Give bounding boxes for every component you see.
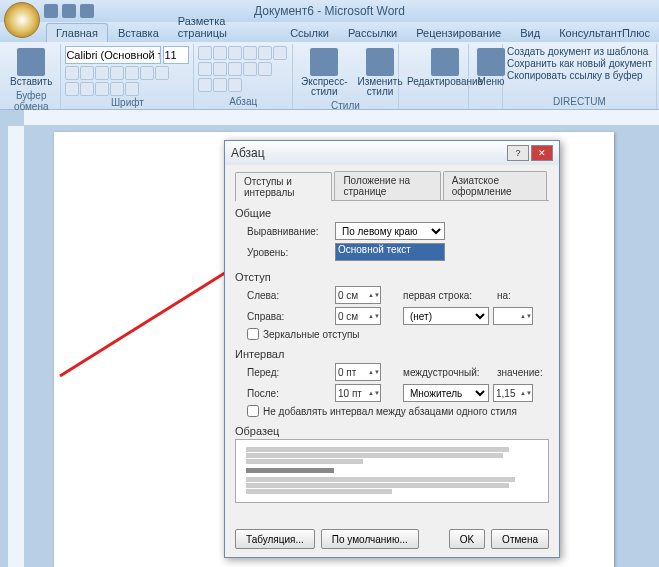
tab-mailings[interactable]: Рассылки — [339, 24, 406, 42]
quick-styles-icon — [310, 48, 338, 76]
tab-insert[interactable]: Вставка — [109, 24, 168, 42]
line-spacing-combo[interactable]: Множитель — [403, 384, 489, 402]
numbering-button[interactable] — [213, 46, 227, 60]
line-spacing-button[interactable] — [258, 62, 272, 76]
superscript-button[interactable] — [140, 66, 154, 80]
font-size-combo[interactable] — [163, 46, 189, 64]
dialog-body: Отступы и интервалы Положение на страниц… — [225, 165, 559, 525]
group-clipboard: Вставить Буфер обмена — [2, 44, 61, 109]
qat-redo-icon[interactable] — [80, 4, 94, 18]
section-general: Общие — [235, 207, 549, 219]
group-menu-label — [473, 106, 498, 107]
first-line-combo[interactable]: (нет) — [403, 307, 489, 325]
align-center-button[interactable] — [213, 62, 227, 76]
tab-references[interactable]: Ссылки — [281, 24, 338, 42]
tab-view[interactable]: Вид — [511, 24, 549, 42]
underline-button[interactable] — [95, 66, 109, 80]
paste-button[interactable]: Вставить — [6, 46, 56, 89]
directum-template[interactable]: Создать документ из шаблона — [507, 46, 652, 57]
menu-label: Меню — [477, 77, 504, 87]
tab-home[interactable]: Главная — [46, 23, 108, 42]
tab-review[interactable]: Рецензирование — [407, 24, 510, 42]
align-justify-button[interactable] — [243, 62, 257, 76]
group-paragraph: Абзац — [194, 44, 293, 109]
dialog-close-button[interactable]: ✕ — [531, 145, 553, 161]
dialog-titlebar[interactable]: Абзац ? ✕ — [225, 141, 559, 165]
tabs-button[interactable]: Табуляция... — [235, 529, 315, 549]
quick-styles-label: Экспресс-стили — [301, 77, 348, 97]
indent-inc-button[interactable] — [258, 46, 272, 60]
preview-box — [235, 439, 549, 503]
align-left-button[interactable] — [198, 62, 212, 76]
bold-button[interactable] — [65, 66, 79, 80]
case-button[interactable] — [155, 66, 169, 80]
grow-font-button[interactable] — [95, 82, 109, 96]
directum-save-new[interactable]: Сохранить как новый документ — [507, 58, 652, 69]
align-combo[interactable]: По левому краю — [335, 222, 445, 240]
group-menu: Меню — [469, 44, 503, 109]
qat-save-icon[interactable] — [44, 4, 58, 18]
office-button[interactable] — [4, 2, 40, 38]
before-spin[interactable]: 0 пт▲▼ — [335, 363, 381, 381]
borders-button[interactable] — [213, 78, 227, 92]
ruler-horizontal[interactable] — [24, 110, 659, 126]
strike-button[interactable] — [110, 66, 124, 80]
qat-undo-icon[interactable] — [62, 4, 76, 18]
group-clipboard-label: Буфер обмена — [6, 89, 56, 112]
multilevel-button[interactable] — [228, 46, 242, 60]
dialog-tabs: Отступы и интервалы Положение на страниц… — [235, 171, 549, 201]
group-editing-label — [403, 106, 464, 107]
group-font-label: Шрифт — [65, 96, 189, 108]
group-font: Шрифт — [61, 44, 194, 109]
by-label: на: — [497, 290, 527, 301]
section-preview: Образец — [235, 425, 549, 437]
right-spin[interactable]: 0 см▲▼ — [335, 307, 381, 325]
left-label: Слева: — [247, 290, 331, 301]
shading-button[interactable] — [198, 78, 212, 92]
font-name-combo[interactable] — [65, 46, 161, 64]
after-spin[interactable]: 10 пт▲▼ — [335, 384, 381, 402]
tab-layout[interactable]: Разметка страницы — [169, 12, 280, 42]
subscript-button[interactable] — [125, 66, 139, 80]
show-marks-button[interactable] — [228, 78, 242, 92]
align-label: Выравнивание: — [247, 226, 331, 237]
line-spacing-label: междустрочный: — [403, 367, 493, 378]
highlight-button[interactable] — [65, 82, 79, 96]
at-label: значение: — [497, 367, 545, 378]
group-directum-label: DIRECTUM — [507, 95, 652, 107]
dialog-help-button[interactable]: ? — [507, 145, 529, 161]
group-paragraph-label: Абзац — [198, 95, 288, 107]
indent-dec-button[interactable] — [243, 46, 257, 60]
find-icon — [431, 48, 459, 76]
noadd-checkbox[interactable] — [247, 405, 259, 417]
dlg-tab-asian[interactable]: Азиатское оформление — [443, 171, 547, 200]
clear-format-button[interactable] — [125, 82, 139, 96]
mirror-checkbox[interactable] — [247, 328, 259, 340]
align-right-button[interactable] — [228, 62, 242, 76]
cancel-button[interactable]: Отмена — [491, 529, 549, 549]
level-combo[interactable]: Основной текст — [335, 243, 445, 261]
dlg-tab-indents[interactable]: Отступы и интервалы — [235, 172, 332, 201]
dlg-tab-position[interactable]: Положение на странице — [334, 171, 440, 200]
noadd-label: Не добавлять интервал между абзацами одн… — [263, 406, 517, 417]
left-spin[interactable]: 0 см▲▼ — [335, 286, 381, 304]
paste-icon — [17, 48, 45, 76]
sort-button[interactable] — [273, 46, 287, 60]
italic-button[interactable] — [80, 66, 94, 80]
at-spin[interactable]: 1,15▲▼ — [493, 384, 533, 402]
group-editing: Редактирование — [399, 44, 469, 109]
ok-button[interactable]: OK — [449, 529, 485, 549]
bullets-button[interactable] — [198, 46, 212, 60]
group-styles: Экспресс-стили Изменить стили Стили — [293, 44, 399, 109]
dialog-buttons: Табуляция... По умолчанию... OK Отмена — [225, 525, 559, 557]
shrink-font-button[interactable] — [110, 82, 124, 96]
default-button[interactable]: По умолчанию... — [321, 529, 419, 549]
by-spin[interactable]: ▲▼ — [493, 307, 533, 325]
ruler-vertical[interactable] — [8, 126, 24, 567]
quick-styles-button[interactable]: Экспресс-стили — [297, 46, 352, 99]
tab-consultant[interactable]: КонсультантПлюс — [550, 24, 659, 42]
directum-copy-link[interactable]: Скопировать ссылку в буфер — [507, 70, 652, 81]
change-styles-icon — [366, 48, 394, 76]
group-directum: Создать документ из шаблона Сохранить ка… — [503, 44, 657, 109]
font-color-button[interactable] — [80, 82, 94, 96]
